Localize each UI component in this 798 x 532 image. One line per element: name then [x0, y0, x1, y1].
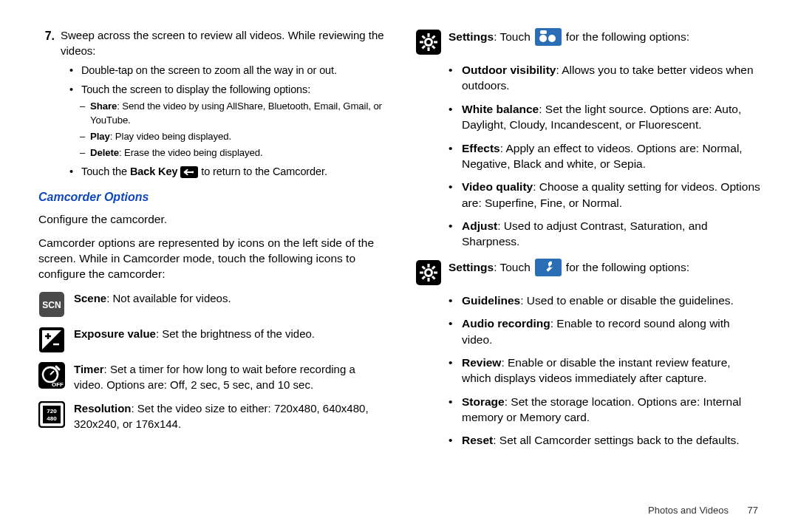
- scene-icon: SCN: [38, 291, 65, 318]
- bullet-item: •White balance: Set the light source. Op…: [449, 101, 763, 133]
- svg-text:480: 480: [47, 415, 57, 422]
- svg-point-15: [426, 40, 431, 44]
- page-footer: Photos and Videos 77: [648, 505, 758, 516]
- text-post: to return to the Camcorder.: [201, 166, 327, 177]
- bullet-item: •Reset: Set all Camcorder settings back …: [449, 432, 763, 448]
- back-key-label: Back Key: [130, 166, 178, 177]
- svg-rect-32: [428, 278, 430, 282]
- bullet-item: •Review: Enable or disable the instant r…: [449, 355, 763, 386]
- option-row: SCN Scene: Not available for videos.: [38, 291, 385, 318]
- dash-text: Play: Play video being displayed.: [90, 130, 231, 143]
- right-column: Settings: Touch for the following option…: [416, 28, 763, 449]
- bullet-rest: : Used to enable or disable the guidelin…: [520, 294, 734, 307]
- svg-rect-18: [420, 41, 423, 44]
- gear-icon: [416, 260, 441, 285]
- bullet-item: •Effects: Apply an effect to videos. Opt…: [449, 140, 763, 172]
- svg-rect-31: [428, 264, 430, 267]
- dash-text: Share: Send the video by using AllShare,…: [90, 100, 385, 126]
- section-heading: Camcorder Options: [38, 189, 385, 205]
- svg-rect-39: [535, 259, 562, 276]
- bullet-label: Review: [462, 356, 501, 369]
- text-pre: : Touch: [494, 261, 531, 273]
- bullet-rest: : Apply an effect to videos. Options are…: [462, 142, 743, 170]
- dash-rest: : Play video being displayed.: [110, 131, 231, 142]
- bullet-label: Audio recording: [462, 317, 550, 330]
- svg-point-1: [192, 171, 194, 174]
- bullet-rest: : Used to adjust Contrast, Saturation, a…: [462, 219, 708, 248]
- dash-item: – Play: Play video being displayed.: [80, 130, 385, 143]
- camera-switch-icon: [535, 28, 562, 46]
- bullet-item: • Touch the screen to display the follow…: [69, 82, 385, 97]
- text-pre: Touch the: [81, 166, 130, 177]
- settings-head-1: Settings: Touch for the following option…: [449, 28, 763, 46]
- dash-label: Delete: [90, 147, 119, 158]
- dash-item: – Delete: Erase the video being displaye…: [80, 146, 385, 160]
- back-key-icon: [180, 166, 198, 178]
- svg-point-30: [426, 270, 431, 275]
- text-pre: : Touch: [494, 30, 531, 43]
- bullet-dot: •: [69, 63, 77, 78]
- option-rest: : Set the brightness of the video.: [156, 327, 315, 340]
- bullet-dot: •: [69, 82, 77, 97]
- bullet-item: •Storage: Set the storage location. Opti…: [449, 394, 763, 426]
- settings-label: Settings: [449, 261, 494, 273]
- settings-block-1: Settings: Touch for the following option…: [416, 28, 763, 55]
- step-item: 7. Sweep across the screen to review all…: [38, 28, 385, 58]
- bullet-item: •Guidelines: Used to enable or disable t…: [449, 293, 763, 308]
- settings-head-2: Settings: Touch for the following option…: [449, 259, 763, 276]
- dash-rest: : Erase the video being displayed.: [119, 147, 263, 158]
- option-label: Resolution: [74, 402, 132, 415]
- dash-rest: : Send the video by using AllShare, Blue…: [90, 100, 382, 125]
- gear-icon: [416, 30, 441, 55]
- option-text: Exposure value: Set the brightness of th…: [74, 327, 385, 342]
- svg-rect-24: [535, 28, 562, 46]
- svg-rect-17: [428, 47, 430, 51]
- dash-mark: –: [80, 146, 87, 160]
- paragraph: Camcorder options are represented by ico…: [38, 235, 385, 282]
- bullet-item: •Adjust: Used to adjust Contrast, Satura…: [449, 218, 763, 250]
- timer-icon: OFF: [38, 362, 65, 389]
- bullet-rest: : Enable or disable the instant review f…: [462, 356, 731, 384]
- dash-mark: –: [80, 100, 87, 126]
- bullet-label: Reset: [462, 434, 493, 446]
- svg-rect-19: [434, 41, 437, 44]
- bullet-label: Adjust: [462, 219, 497, 232]
- svg-rect-27: [540, 30, 547, 34]
- bullet-label: Outdoor visibility: [462, 64, 556, 76]
- bullet-label: Video quality: [462, 180, 533, 193]
- step-number: 7.: [38, 28, 55, 58]
- page-number: 77: [748, 505, 758, 516]
- svg-text:720: 720: [47, 408, 57, 415]
- section-name: Photos and Videos: [648, 505, 729, 516]
- svg-rect-16: [428, 33, 430, 37]
- bullet-label: Effects: [462, 142, 500, 154]
- option-row: Exposure value: Set the brightness of th…: [38, 327, 385, 353]
- option-text: Scene: Not available for videos.: [74, 291, 385, 307]
- dash-label: Play: [90, 131, 110, 142]
- page: 7. Sweep across the screen to review all…: [0, 0, 798, 532]
- svg-text:SCN: SCN: [42, 300, 61, 310]
- settings-label: Settings: [449, 30, 494, 43]
- bullet-dot: •: [69, 164, 77, 179]
- option-label: Exposure value: [74, 327, 156, 340]
- columns: 7. Sweep across the screen to review all…: [38, 28, 763, 449]
- bullet-label: White balance: [462, 103, 539, 115]
- dash-label: Share: [90, 100, 117, 112]
- option-text: Resolution: Set the video size to either…: [74, 401, 385, 432]
- option-row: OFF Timer: Set a timer for how long to w…: [38, 362, 385, 392]
- option-label: Timer: [74, 363, 104, 375]
- text-post: for the following options:: [566, 29, 689, 44]
- svg-rect-33: [420, 271, 423, 273]
- svg-point-25: [539, 35, 547, 42]
- bullet-text: Touch the screen to display the followin…: [81, 82, 310, 97]
- svg-text:OFF: OFF: [52, 381, 64, 388]
- text-post: for the following options:: [566, 259, 689, 275]
- exposure-icon: [38, 327, 65, 353]
- resolution-icon: 720480: [38, 401, 65, 428]
- bullet-item: •Outdoor visibility: Allows you to take …: [449, 62, 763, 94]
- bullet-item: • Double-tap on the screen to zoom all t…: [69, 63, 385, 78]
- paragraph: Configure the camcorder.: [38, 211, 385, 227]
- settings-block-2: Settings: Touch for the following option…: [416, 259, 763, 285]
- bullet-label: Storage: [462, 395, 505, 408]
- dash-mark: –: [80, 130, 87, 143]
